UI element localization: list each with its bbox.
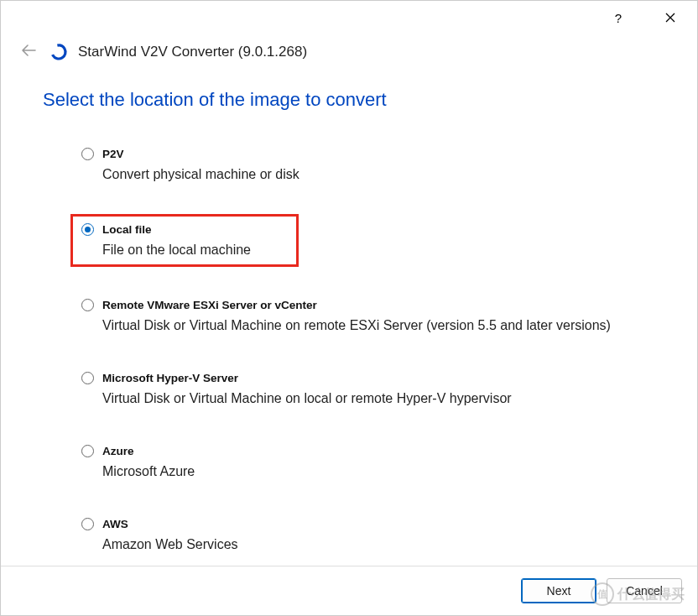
radio-icon[interactable]: [81, 223, 94, 236]
option-azure[interactable]: Azure Microsoft Azure: [73, 438, 655, 486]
radio-icon[interactable]: [81, 148, 94, 160]
option-label: Local file: [102, 223, 152, 236]
option-aws[interactable]: AWS Amazon Web Services: [73, 511, 655, 559]
option-label: Remote VMware ESXi Server or vCenter: [102, 299, 317, 311]
starwind-logo-icon: [49, 43, 68, 61]
svg-point-0: [49, 43, 68, 61]
option-desc: Amazon Web Services: [102, 537, 647, 552]
radio-icon[interactable]: [81, 299, 94, 311]
wizard-window: ? StarWind V2V Converter (9.0.1.268) Sel…: [0, 0, 698, 616]
radio-icon[interactable]: [81, 372, 94, 384]
app-title: StarWind V2V Converter (9.0.1.268): [78, 44, 307, 60]
option-desc: Convert physical machine or disk: [102, 167, 647, 182]
content-area: Select the location of the image to conv…: [1, 72, 697, 566]
option-desc: File on the local machine: [102, 243, 288, 258]
back-button[interactable]: [18, 39, 39, 64]
titlebar: ?: [1, 1, 697, 34]
option-hyperv[interactable]: Microsoft Hyper-V Server Virtual Disk or…: [73, 365, 655, 413]
close-button[interactable]: [652, 3, 689, 32]
option-label: P2V: [102, 148, 124, 160]
header-row: StarWind V2V Converter (9.0.1.268): [1, 34, 697, 72]
footer: Next Cancel: [1, 566, 697, 615]
option-desc: Virtual Disk or Virtual Machine on local…: [102, 391, 647, 406]
next-button[interactable]: Next: [521, 578, 596, 603]
radio-icon[interactable]: [81, 518, 94, 530]
option-label: Azure: [102, 445, 134, 457]
options-list: P2V Convert physical machine or disk Loc…: [43, 141, 655, 559]
option-label: Microsoft Hyper-V Server: [102, 372, 238, 384]
help-button[interactable]: ?: [600, 3, 637, 32]
option-label: AWS: [102, 518, 128, 530]
option-desc: Virtual Disk or Virtual Machine on remot…: [102, 318, 647, 333]
radio-icon[interactable]: [81, 445, 94, 457]
page-heading: Select the location of the image to conv…: [43, 89, 655, 111]
cancel-button[interactable]: Cancel: [607, 578, 682, 603]
option-local-file[interactable]: Local file File on the local machine: [70, 214, 299, 267]
option-desc: Microsoft Azure: [102, 464, 647, 479]
option-p2v[interactable]: P2V Convert physical machine or disk: [73, 141, 655, 189]
option-remote-esxi[interactable]: Remote VMware ESXi Server or vCenter Vir…: [73, 292, 655, 340]
